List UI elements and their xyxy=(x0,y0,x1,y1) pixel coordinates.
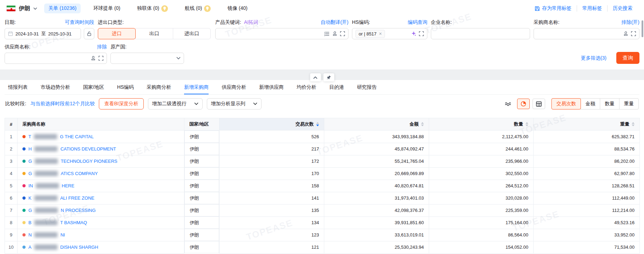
queryable-period-link[interactable]: 可查询时间段 xyxy=(65,19,94,26)
buyer-name-link[interactable]: ADISHAN SHARGH xyxy=(22,245,179,250)
table-view-button[interactable] xyxy=(533,99,545,109)
date-lock-button[interactable] xyxy=(84,28,94,39)
hs-code-input[interactable]: or | 8517 × xyxy=(352,28,427,39)
sort-carets-icon[interactable] xyxy=(632,122,635,126)
pin-icon xyxy=(326,75,331,80)
buyer-name-link[interactable]: BT BASHMAQ xyxy=(22,220,179,225)
country-cell: 伊朗 xyxy=(184,241,219,253)
trade-type-option-0[interactable]: 进口 xyxy=(98,28,136,39)
display-columns-select[interactable]: 增加分析显示列 xyxy=(207,98,262,109)
topbar-action-1[interactable]: 常用标签 xyxy=(577,5,607,12)
analysis-tab-8[interactable]: 均价分析 xyxy=(297,80,316,94)
date-range-input[interactable]: 2024-10-31 至 2025-10-31 xyxy=(5,28,81,39)
expand-icon[interactable] xyxy=(631,31,636,36)
topbar-action-2[interactable]: 历史搜索 xyxy=(607,5,638,12)
trade-type-option-2[interactable]: 进出口 xyxy=(173,28,211,39)
keyword-input[interactable] xyxy=(215,28,348,39)
expand-icon[interactable] xyxy=(99,56,103,61)
buyer-name-input[interactable] xyxy=(534,28,639,39)
analysis-tab-3[interactable]: HS编码 xyxy=(117,80,134,94)
datasource-tab-4[interactable]: 镜像 (40) xyxy=(223,4,252,13)
batch-list-icon[interactable] xyxy=(324,32,330,36)
sort-asc-icon[interactable] xyxy=(632,122,635,124)
buyer-name-link[interactable]: NNI xyxy=(22,232,179,238)
stamp-icon[interactable] xyxy=(91,56,96,61)
supplier-exclude-link[interactable]: 排除 xyxy=(97,44,107,50)
trade-type-option-1[interactable]: 出口 xyxy=(135,28,173,39)
metric-button-3[interactable]: 重量 xyxy=(619,98,639,109)
country-selector[interactable]: 伊朗 xyxy=(6,5,37,12)
datasource-tab-3[interactable]: 航线 (0) xyxy=(181,4,215,14)
datasource-tab-2[interactable]: 独联体 (0) xyxy=(133,4,172,14)
analysis-tab-7[interactable]: 新增供应商 xyxy=(259,80,284,94)
ai-expand-link[interactable]: AI拓词 xyxy=(244,19,258,26)
analysis-tab-4[interactable]: 采购商分析 xyxy=(147,80,171,94)
buyer-name-link[interactable]: GATICS COMPANY xyxy=(22,171,179,176)
metric-button-1[interactable]: 金额 xyxy=(581,98,600,109)
metric-button-2[interactable]: 数量 xyxy=(600,98,619,109)
more-filters-link[interactable]: 更多筛选(3) xyxy=(581,55,606,61)
origin-country-select[interactable] xyxy=(110,53,184,64)
column-header-3[interactable]: 交易次数 xyxy=(219,118,324,131)
expand-icon[interactable] xyxy=(419,31,424,36)
amount-cell: 40,820,674.81 xyxy=(324,180,429,192)
redacted-name-segment xyxy=(34,232,57,238)
hs-code-chip[interactable]: or | 8517 × xyxy=(355,30,385,38)
buyer-name-link[interactable]: GN PROCESSING xyxy=(22,208,179,213)
supplier-name-input[interactable] xyxy=(5,53,107,64)
sort-asc-icon[interactable] xyxy=(526,122,528,124)
auto-translate-link[interactable]: 自动翻译(开) xyxy=(321,19,348,26)
metric-button-0[interactable]: 交易次数 xyxy=(551,98,581,109)
stamp-icon[interactable] xyxy=(332,31,337,36)
compare-period-link[interactable]: 与当前选择时段前12个月比较 xyxy=(30,101,95,107)
sort-carets-icon[interactable] xyxy=(316,122,319,126)
expand-icon[interactable] xyxy=(340,31,345,36)
pivot-row-select[interactable]: 增加二级透视行 xyxy=(148,98,203,109)
supplier-label: 供应商名称: xyxy=(5,44,30,50)
analysis-tab-10[interactable]: 研究报告 xyxy=(357,80,377,94)
analysis-tab-0[interactable]: 情报列表 xyxy=(8,80,28,94)
pin-filters-button[interactable] xyxy=(323,73,334,81)
sort-desc-icon[interactable] xyxy=(316,125,319,126)
country-cell: 伊朗 xyxy=(184,229,219,241)
rank-cell: 5 xyxy=(5,180,18,192)
ai-sparkle-icon[interactable] xyxy=(411,31,416,36)
pie-chart-button[interactable] xyxy=(517,99,530,109)
collapse-filters-button[interactable] xyxy=(310,73,321,81)
sort-asc-icon[interactable] xyxy=(421,122,424,124)
sort-desc-icon[interactable] xyxy=(526,125,528,126)
column-header-5[interactable]: 数量 xyxy=(429,118,534,131)
column-header-4[interactable]: 金额 xyxy=(324,118,429,131)
search-button[interactable]: 查询 xyxy=(616,52,639,64)
date-filter-group: 日期: 可查询时间段 2024-10-31 至 2025-10-31 xyxy=(5,19,94,39)
scrollbar-thumb[interactable] xyxy=(642,20,643,37)
analysis-tab-6[interactable]: 供应商分析 xyxy=(222,80,246,94)
buyer-name-suffix: T BASHMAQ xyxy=(60,220,87,225)
buyer-name-link[interactable]: KALI FREE ZONE xyxy=(22,195,179,201)
datasource-tab-0[interactable]: 关单 (10236) xyxy=(44,4,81,13)
buyer-name-link[interactable]: TG THE CAPITAL xyxy=(22,134,179,139)
buyer-name-link[interactable]: HCATIONS DEVELOPMENT xyxy=(22,146,179,152)
bi-analysis-button[interactable]: 查看BI深度分析 xyxy=(99,98,143,109)
sort-desc-icon[interactable] xyxy=(632,125,635,126)
buyer-exclude-link[interactable]: 排除(开) xyxy=(622,19,639,26)
chip-close-icon[interactable]: × xyxy=(379,31,382,36)
analysis-tab-2[interactable]: 国家/地区 xyxy=(83,80,104,94)
buyer-name-link[interactable]: GTECHNOLOGY PIONEERS xyxy=(22,159,179,164)
analysis-tab-1[interactable]: 市场趋势分析 xyxy=(41,80,70,94)
company-dot-icon xyxy=(22,196,26,200)
sort-desc-icon[interactable] xyxy=(421,125,424,126)
buyer-name-link[interactable]: INHERE xyxy=(22,183,179,188)
company-name-input[interactable] xyxy=(431,28,530,39)
sort-carets-icon[interactable] xyxy=(421,122,424,126)
sort-carets-icon[interactable] xyxy=(526,122,528,126)
topbar-action-0[interactable]: 存为常用标签 xyxy=(529,5,577,12)
trend-chart-button[interactable] xyxy=(502,99,514,109)
datasource-tab-1[interactable]: 环球提单 (0) xyxy=(89,4,124,13)
column-header-6[interactable]: 重量 xyxy=(534,118,640,131)
analysis-tab-9[interactable]: 目的港 xyxy=(329,80,344,94)
stamp-icon[interactable] xyxy=(623,31,628,36)
hs-lookup-link[interactable]: 编码查询 xyxy=(408,19,427,26)
analysis-tab-5[interactable]: 新增采购商 xyxy=(184,80,209,94)
sort-asc-icon[interactable] xyxy=(316,122,319,124)
